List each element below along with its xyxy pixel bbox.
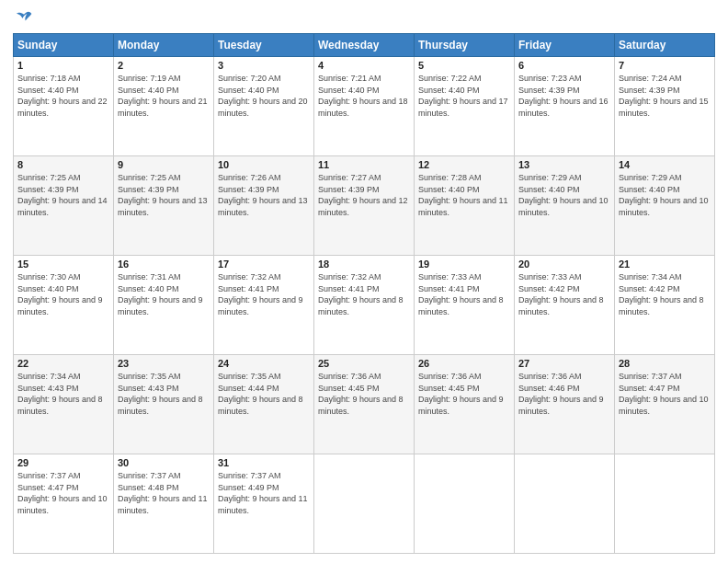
calendar-cell: 29Sunrise: 7:37 AMSunset: 4:47 PMDayligh… (14, 454, 114, 554)
day-number: 7 (619, 60, 711, 71)
day-number: 20 (518, 259, 610, 270)
day-info: Sunrise: 7:37 AMSunset: 4:47 PMDaylight:… (619, 372, 709, 416)
day-info: Sunrise: 7:37 AMSunset: 4:48 PMDaylight:… (118, 471, 208, 515)
logo-bird-icon (15, 9, 33, 28)
logo (13, 9, 33, 28)
day-info: Sunrise: 7:36 AMSunset: 4:46 PMDaylight:… (518, 372, 604, 416)
day-number: 15 (17, 259, 109, 270)
calendar-cell: 4Sunrise: 7:21 AMSunset: 4:40 PMDaylight… (314, 57, 415, 156)
calendar-table: SundayMondayTuesdayWednesdayThursdayFrid… (13, 33, 715, 554)
day-info: Sunrise: 7:32 AMSunset: 4:41 PMDaylight:… (218, 272, 303, 316)
calendar-cell: 3Sunrise: 7:20 AMSunset: 4:40 PMDaylight… (214, 57, 314, 156)
day-number: 9 (118, 159, 210, 170)
day-number: 22 (17, 358, 109, 369)
day-info: Sunrise: 7:31 AMSunset: 4:40 PMDaylight:… (118, 272, 203, 316)
day-number: 23 (118, 358, 210, 369)
day-info: Sunrise: 7:37 AMSunset: 4:49 PMDaylight:… (218, 471, 308, 515)
day-info: Sunrise: 7:19 AMSunset: 4:40 PMDaylight:… (118, 74, 208, 118)
calendar-cell: 27Sunrise: 7:36 AMSunset: 4:46 PMDayligh… (515, 355, 615, 454)
day-number: 18 (318, 259, 410, 270)
day-info: Sunrise: 7:26 AMSunset: 4:39 PMDaylight:… (218, 173, 308, 217)
calendar-cell: 30Sunrise: 7:37 AMSunset: 4:48 PMDayligh… (114, 454, 214, 554)
day-info: Sunrise: 7:32 AMSunset: 4:41 PMDaylight:… (318, 272, 404, 316)
day-info: Sunrise: 7:34 AMSunset: 4:43 PMDaylight:… (17, 372, 103, 416)
header (13, 9, 715, 28)
calendar-week-2: 8Sunrise: 7:25 AMSunset: 4:39 PMDaylight… (14, 156, 715, 256)
day-info: Sunrise: 7:33 AMSunset: 4:42 PMDaylight:… (518, 272, 604, 316)
day-number: 28 (619, 358, 711, 369)
day-info: Sunrise: 7:29 AMSunset: 4:40 PMDaylight:… (619, 173, 709, 217)
day-number: 25 (318, 358, 410, 369)
day-number: 12 (418, 159, 510, 170)
calendar-cell: 8Sunrise: 7:25 AMSunset: 4:39 PMDaylight… (14, 156, 114, 256)
weekday-header-saturday: Saturday (615, 34, 715, 57)
calendar-cell: 10Sunrise: 7:26 AMSunset: 4:39 PMDayligh… (214, 156, 314, 256)
calendar-cell: 15Sunrise: 7:30 AMSunset: 4:40 PMDayligh… (14, 256, 114, 355)
calendar-cell: 18Sunrise: 7:32 AMSunset: 4:41 PMDayligh… (314, 256, 415, 355)
day-number: 4 (318, 60, 410, 71)
calendar-cell: 31Sunrise: 7:37 AMSunset: 4:49 PMDayligh… (214, 454, 314, 554)
calendar-cell: 28Sunrise: 7:37 AMSunset: 4:47 PMDayligh… (615, 355, 715, 454)
day-info: Sunrise: 7:33 AMSunset: 4:41 PMDaylight:… (418, 272, 504, 316)
weekday-header-friday: Friday (515, 34, 615, 57)
day-number: 10 (218, 159, 310, 170)
day-number: 29 (17, 457, 109, 468)
calendar-cell: 22Sunrise: 7:34 AMSunset: 4:43 PMDayligh… (14, 355, 114, 454)
day-number: 11 (318, 159, 410, 170)
calendar-cell: 13Sunrise: 7:29 AMSunset: 4:40 PMDayligh… (515, 156, 615, 256)
day-info: Sunrise: 7:20 AMSunset: 4:40 PMDaylight:… (218, 74, 308, 118)
weekday-header-tuesday: Tuesday (214, 34, 314, 57)
calendar-cell (314, 454, 415, 554)
day-number: 27 (518, 358, 610, 369)
day-info: Sunrise: 7:35 AMSunset: 4:44 PMDaylight:… (218, 372, 303, 416)
calendar-cell: 7Sunrise: 7:24 AMSunset: 4:39 PMDaylight… (615, 57, 715, 156)
calendar-cell: 1Sunrise: 7:18 AMSunset: 4:40 PMDaylight… (14, 57, 114, 156)
weekday-header-row: SundayMondayTuesdayWednesdayThursdayFrid… (14, 34, 715, 57)
calendar-cell: 5Sunrise: 7:22 AMSunset: 4:40 PMDaylight… (415, 57, 515, 156)
calendar-week-5: 29Sunrise: 7:37 AMSunset: 4:47 PMDayligh… (14, 454, 715, 554)
calendar-cell: 11Sunrise: 7:27 AMSunset: 4:39 PMDayligh… (314, 156, 415, 256)
calendar-cell: 19Sunrise: 7:33 AMSunset: 4:41 PMDayligh… (415, 256, 515, 355)
day-number: 31 (218, 457, 310, 468)
calendar-cell: 20Sunrise: 7:33 AMSunset: 4:42 PMDayligh… (515, 256, 615, 355)
weekday-header-monday: Monday (114, 34, 214, 57)
day-info: Sunrise: 7:18 AMSunset: 4:40 PMDaylight:… (17, 74, 108, 118)
day-number: 13 (518, 159, 610, 170)
day-number: 30 (118, 457, 210, 468)
day-info: Sunrise: 7:23 AMSunset: 4:39 PMDaylight:… (518, 74, 609, 118)
day-info: Sunrise: 7:22 AMSunset: 4:40 PMDaylight:… (418, 74, 508, 118)
day-number: 5 (418, 60, 510, 71)
day-number: 24 (218, 358, 310, 369)
day-number: 14 (619, 159, 711, 170)
day-number: 8 (17, 159, 109, 170)
day-info: Sunrise: 7:27 AMSunset: 4:39 PMDaylight:… (318, 173, 408, 217)
day-info: Sunrise: 7:30 AMSunset: 4:40 PMDaylight:… (17, 272, 103, 316)
day-info: Sunrise: 7:29 AMSunset: 4:40 PMDaylight:… (518, 173, 609, 217)
day-number: 2 (118, 60, 210, 71)
day-info: Sunrise: 7:25 AMSunset: 4:39 PMDaylight:… (118, 173, 208, 217)
calendar-cell (415, 454, 515, 554)
calendar-week-4: 22Sunrise: 7:34 AMSunset: 4:43 PMDayligh… (14, 355, 715, 454)
calendar-cell (615, 454, 715, 554)
page: SundayMondayTuesdayWednesdayThursdayFrid… (0, 0, 728, 563)
day-number: 17 (218, 259, 310, 270)
calendar-cell: 23Sunrise: 7:35 AMSunset: 4:43 PMDayligh… (114, 355, 214, 454)
day-number: 1 (17, 60, 109, 71)
day-number: 21 (619, 259, 711, 270)
day-number: 6 (518, 60, 610, 71)
day-info: Sunrise: 7:36 AMSunset: 4:45 PMDaylight:… (318, 372, 404, 416)
day-number: 19 (418, 259, 510, 270)
calendar-week-1: 1Sunrise: 7:18 AMSunset: 4:40 PMDaylight… (14, 57, 715, 156)
calendar-cell: 26Sunrise: 7:36 AMSunset: 4:45 PMDayligh… (415, 355, 515, 454)
calendar-cell: 2Sunrise: 7:19 AMSunset: 4:40 PMDaylight… (114, 57, 214, 156)
day-info: Sunrise: 7:34 AMSunset: 4:42 PMDaylight:… (619, 272, 704, 316)
calendar-cell: 6Sunrise: 7:23 AMSunset: 4:39 PMDaylight… (515, 57, 615, 156)
calendar-cell: 14Sunrise: 7:29 AMSunset: 4:40 PMDayligh… (615, 156, 715, 256)
weekday-header-sunday: Sunday (14, 34, 114, 57)
calendar-cell: 17Sunrise: 7:32 AMSunset: 4:41 PMDayligh… (214, 256, 314, 355)
calendar-cell: 9Sunrise: 7:25 AMSunset: 4:39 PMDaylight… (114, 156, 214, 256)
day-number: 26 (418, 358, 510, 369)
weekday-header-thursday: Thursday (415, 34, 515, 57)
calendar-cell (515, 454, 615, 554)
day-info: Sunrise: 7:25 AMSunset: 4:39 PMDaylight:… (17, 173, 108, 217)
